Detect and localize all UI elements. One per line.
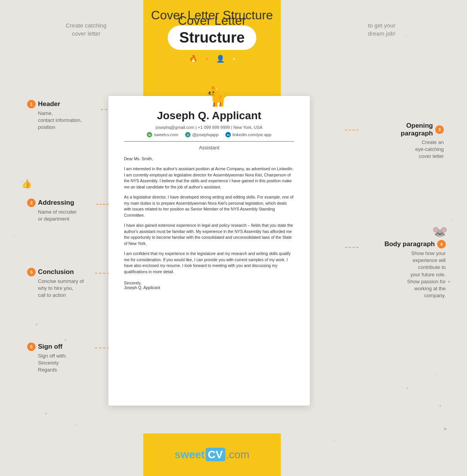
deco-cross-1: +: [35, 321, 38, 327]
cover-letter-title: Cover Letter Structure: [151, 8, 273, 22]
mouse-illustration: 🐭: [432, 224, 448, 239]
structure-badge: Structure: [168, 26, 256, 50]
deco-cross-3: +: [406, 385, 409, 391]
opening-title: Openingparagraph: [401, 122, 433, 137]
thumb-illustration: 👍: [21, 179, 32, 189]
dashed-line-4: [345, 247, 359, 248]
header-title: Header: [38, 100, 60, 108]
com-text: .com: [226, 449, 250, 461]
dashed-line-5: [95, 273, 110, 274]
person-icon: 👤: [216, 55, 225, 63]
letter-divider: [124, 141, 294, 142]
paragraph-1: I am interested in the author's assistan…: [124, 166, 294, 190]
annotation-body: Body paragraph 4 Show how yourexperience…: [359, 240, 446, 299]
body-title: Body paragraph: [385, 240, 435, 248]
annotation-header: 1 Header Name,contact information,positi…: [27, 100, 82, 131]
linkedin-link: in linkedin.com/joe.app: [225, 132, 271, 137]
deco-dot-1: ◦: [209, 14, 211, 20]
post-title-line1: to get your: [368, 22, 395, 29]
addressing-title: Addressing: [38, 199, 74, 207]
sparkle-icon: ✦: [205, 57, 208, 61]
deco-cross-5: +: [45, 410, 48, 416]
social-icon: s: [185, 132, 191, 137]
conclusion-number: 5: [27, 268, 36, 276]
addressing-number: 2: [27, 199, 36, 207]
header-desc: Name,contact information,position: [27, 110, 82, 131]
cv-text: CV: [206, 448, 225, 461]
body-number: 4: [437, 240, 446, 248]
deco-cross-4: +: [439, 402, 442, 409]
letter-card: Joseph Q. Applicant josephq@gmail.com | …: [108, 96, 310, 406]
opening-number: 3: [435, 125, 444, 134]
website-link: w sweetcv.com: [147, 132, 178, 137]
annotation-conclusion: 5 Conclusion Concise summary ofwhy to hi…: [27, 268, 84, 299]
deco-dot-4: ◦: [14, 232, 15, 238]
letter-links: w sweetcv.com s @josephqapp in linkedin.…: [124, 132, 294, 137]
opening-desc: Create aneye-catchingcover letter: [359, 139, 444, 160]
dashed-line-2: [96, 204, 108, 205]
star-icon: ✦: [232, 57, 235, 61]
position-title: Assistant: [124, 145, 294, 151]
post-title-line2: dream job!: [368, 30, 395, 37]
structure-label: Structure: [179, 29, 245, 46]
applicant-name: Joseph Q. Applicant: [124, 110, 294, 122]
deco-dot-8: ◦: [76, 422, 77, 428]
pre-title-line2: cover letter: [72, 30, 100, 37]
sweetcv-logo: sweetCV.com: [175, 449, 249, 461]
social-link: s @josephqapp: [185, 132, 218, 137]
deco-dot-9: ◦: [333, 437, 335, 443]
annotation-addressing: 2 Addressing Name of recruiteror departm…: [27, 199, 77, 223]
signoff-title: Sign off: [38, 343, 62, 351]
icon-row: 🔥 ✦ 👤 ✦: [189, 55, 235, 63]
flame-icon: 🔥: [189, 55, 197, 63]
addressing-desc: Name of recruiteror department: [27, 209, 77, 223]
contact-info: josephq@gmail.com | +1 099 999 9999 | Ne…: [124, 125, 294, 130]
deco-dot-6: ✦: [447, 279, 452, 285]
conclusion-title: Conclusion: [38, 268, 74, 276]
pre-title-line1: Create catching: [66, 22, 106, 29]
dashed-line-3: [345, 130, 359, 130]
website-icon: w: [147, 132, 152, 137]
deco-dot-2: ◦: [405, 33, 407, 39]
deco-dot-7: ◦: [434, 372, 436, 378]
header-number: 1: [27, 100, 36, 108]
annotation-opening: Openingparagraph 3 Create aneye-catching…: [359, 122, 444, 160]
post-title: to get your dream job!: [368, 21, 395, 38]
deco-dot-5: ◦: [452, 217, 453, 223]
body-desc: Show how yourexperience willcontribute t…: [359, 250, 446, 299]
paragraph-3: I have also gained extensive experience …: [124, 223, 294, 247]
letter-body: Dear Ms. Smith, I am interested in the a…: [124, 156, 294, 275]
signoff-number: 6: [27, 342, 36, 351]
pre-title: Create catching cover letter: [66, 21, 106, 38]
sweet-text: sweet: [175, 449, 205, 461]
deco-arrow: ➤: [443, 426, 448, 432]
signoff-desc: Sign off with:SincerelyRegards: [27, 353, 67, 374]
deco-cross-2: +: [64, 337, 67, 343]
paragraph-4: I am confident that my experience in the…: [124, 251, 294, 275]
dashed-line-6: [95, 348, 110, 348]
annotation-signoff: 6 Sign off Sign off with:SincerelyRegard…: [27, 342, 67, 374]
salutation: Dear Ms. Smith,: [124, 156, 294, 162]
yellow-bottom-banner: sweetCV.com: [143, 433, 281, 476]
paragraph-2: As a legislative director, I have develo…: [124, 194, 294, 219]
cat-illustration: 🐈: [205, 85, 229, 108]
linkedin-icon: in: [225, 132, 231, 137]
conclusion-desc: Concise summary ofwhy to hire you,call t…: [27, 278, 84, 299]
letter-sign: Sincerely, Joseph Q. Applicant: [124, 281, 294, 290]
